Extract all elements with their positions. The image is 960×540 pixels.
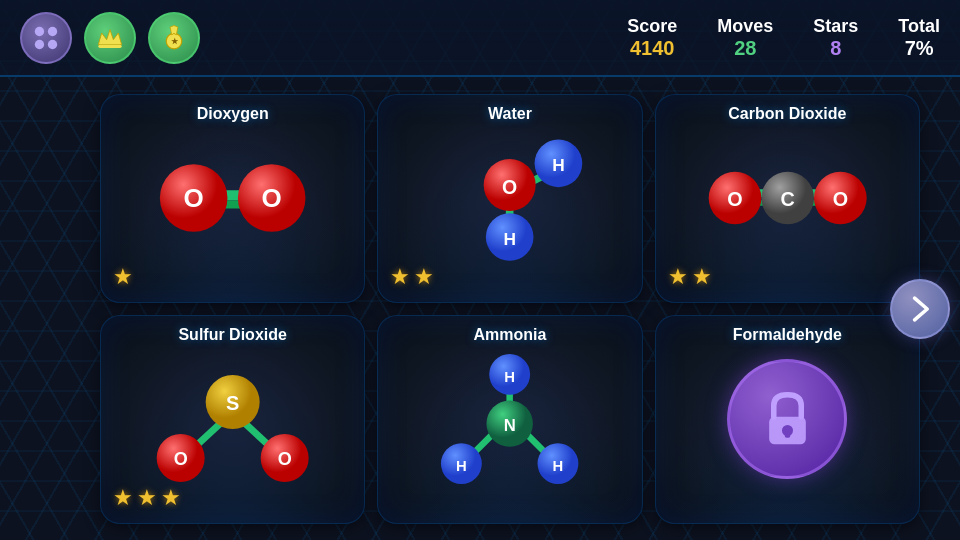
co2-title: Carbon Dioxide bbox=[656, 105, 919, 123]
svg-point-3 bbox=[48, 39, 57, 48]
so2-title: Sulfur Dioxide bbox=[101, 326, 364, 344]
svg-point-2 bbox=[35, 39, 44, 48]
moves-label: Moves bbox=[717, 16, 773, 37]
svg-text:O: O bbox=[502, 176, 517, 198]
molecule-card-formaldehyde[interactable]: Formaldehyde bbox=[655, 315, 920, 524]
molecule-card-dioxygen[interactable]: Dioxygen O O bbox=[100, 94, 365, 303]
svg-text:H: H bbox=[553, 458, 564, 474]
arrow-right-icon bbox=[902, 291, 938, 327]
total-label: Total bbox=[898, 16, 940, 37]
main-area: Dioxygen O O bbox=[0, 77, 960, 540]
dioxygen-svg: O O bbox=[101, 133, 364, 263]
water-stars: ★ ★ bbox=[390, 264, 434, 290]
svg-text:O: O bbox=[174, 449, 188, 469]
water-svg: O H H bbox=[378, 133, 641, 263]
svg-text:O: O bbox=[184, 183, 204, 213]
score-label: Score bbox=[627, 16, 677, 37]
medal-badge[interactable]: ★ bbox=[148, 12, 200, 64]
header-left: ★ bbox=[20, 12, 200, 64]
formaldehyde-display bbox=[656, 354, 919, 484]
total-stat: Total 7% bbox=[898, 16, 940, 60]
svg-point-1 bbox=[48, 26, 57, 35]
dioxygen-display: O O bbox=[101, 133, 364, 263]
so2-stars: ★ ★ ★ bbox=[113, 485, 181, 511]
menu-icon bbox=[32, 24, 60, 52]
formaldehyde-title: Formaldehyde bbox=[656, 326, 919, 344]
svg-text:H: H bbox=[505, 369, 516, 385]
ammonia-display: H N H H bbox=[378, 354, 641, 484]
header: ★ Score 4140 Moves 28 Stars 8 Total 7% bbox=[0, 0, 960, 77]
ammonia-title: Ammonia bbox=[378, 326, 641, 344]
dioxygen-stars: ★ bbox=[113, 264, 133, 290]
svg-rect-52 bbox=[785, 430, 791, 437]
menu-button[interactable] bbox=[20, 12, 72, 64]
medal-icon: ★ bbox=[160, 24, 188, 52]
molecule-grid: Dioxygen O O bbox=[100, 94, 920, 524]
svg-text:H: H bbox=[504, 229, 517, 249]
svg-text:O: O bbox=[262, 183, 282, 213]
water-display: O H H bbox=[378, 133, 641, 263]
stars-value: 8 bbox=[813, 37, 858, 60]
svg-text:★: ★ bbox=[171, 37, 179, 46]
so2-display: S O O bbox=[101, 354, 364, 484]
svg-point-0 bbox=[35, 26, 44, 35]
score-value: 4140 bbox=[627, 37, 677, 60]
svg-text:O: O bbox=[832, 188, 847, 210]
score-stat: Score 4140 bbox=[627, 16, 677, 60]
water-title: Water bbox=[378, 105, 641, 123]
co2-stars: ★ ★ bbox=[668, 264, 712, 290]
svg-text:O: O bbox=[727, 188, 742, 210]
lock-icon bbox=[760, 387, 815, 452]
svg-text:N: N bbox=[504, 416, 516, 435]
co2-svg: O C O bbox=[656, 133, 919, 263]
svg-rect-4 bbox=[98, 44, 121, 47]
moves-value: 28 bbox=[717, 37, 773, 60]
svg-text:O: O bbox=[278, 449, 292, 469]
molecule-card-so2[interactable]: Sulfur Dioxide bbox=[100, 315, 365, 524]
next-button[interactable] bbox=[890, 279, 950, 339]
molecule-card-ammonia[interactable]: Ammonia bbox=[377, 315, 642, 524]
molecule-card-co2[interactable]: Carbon Dioxide bbox=[655, 94, 920, 303]
co2-display: O C O bbox=[656, 133, 919, 263]
so2-svg: S O O bbox=[101, 354, 364, 484]
crown-badge[interactable] bbox=[84, 12, 136, 64]
svg-text:H: H bbox=[552, 155, 565, 175]
lock-circle bbox=[727, 359, 847, 479]
crown-icon bbox=[95, 23, 125, 53]
stars-stat: Stars 8 bbox=[813, 16, 858, 60]
header-stats: Score 4140 Moves 28 Stars 8 Total 7% bbox=[627, 16, 940, 60]
svg-text:C: C bbox=[780, 188, 794, 210]
molecule-card-water[interactable]: Water bbox=[377, 94, 642, 303]
star-1: ★ bbox=[113, 264, 133, 290]
dioxygen-title: Dioxygen bbox=[101, 105, 364, 123]
moves-stat: Moves 28 bbox=[717, 16, 773, 60]
ammonia-svg: H N H H bbox=[378, 354, 641, 484]
svg-text:H: H bbox=[456, 458, 467, 474]
total-value: 7% bbox=[898, 37, 940, 60]
svg-text:S: S bbox=[226, 392, 239, 414]
stars-label: Stars bbox=[813, 16, 858, 37]
